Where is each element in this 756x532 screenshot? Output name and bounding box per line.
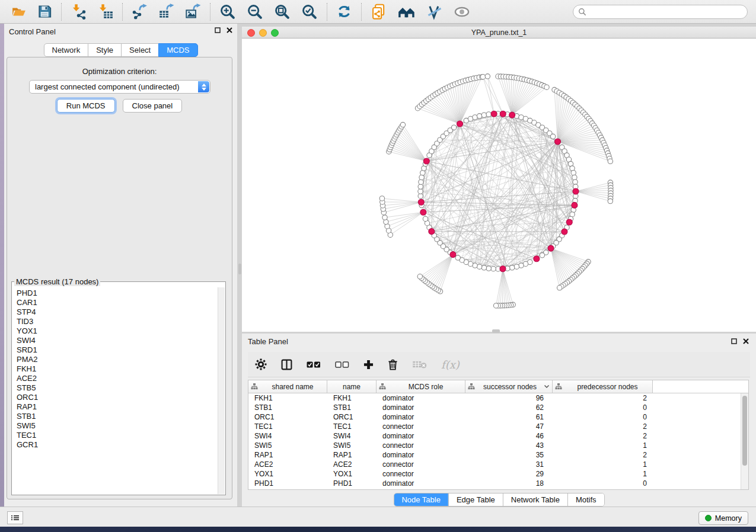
network-leaf-node[interactable] (608, 159, 613, 164)
table-cell[interactable]: 35 (465, 450, 553, 460)
network-hub-node[interactable] (509, 112, 515, 118)
table-row[interactable]: PHD1PHD1dominator180 (248, 479, 741, 488)
network-hub-node[interactable] (429, 229, 435, 235)
table-cell[interactable]: ACE2 (248, 460, 327, 469)
mcds-result-item[interactable]: CAR1 (17, 298, 217, 307)
network-hub-node[interactable] (548, 245, 554, 251)
network-leaf-node[interactable] (493, 303, 498, 308)
network-leaf-node[interactable] (485, 74, 490, 79)
table-cell[interactable]: 96 (465, 393, 553, 403)
column-header-predecessor-nodes[interactable]: predecessor nodes (553, 380, 653, 393)
network-node[interactable] (491, 267, 496, 271)
table-cell[interactable]: FKH1 (327, 393, 377, 403)
network-node[interactable] (571, 170, 576, 175)
network-leaf-node[interactable] (480, 74, 485, 79)
network-leaf-node[interactable] (544, 85, 549, 89)
export-table-button[interactable] (157, 2, 176, 21)
table-cell[interactable]: dominator (377, 479, 465, 488)
table-cell[interactable]: SWI4 (327, 431, 377, 441)
table-cell[interactable]: 1 (553, 460, 653, 469)
table-cell[interactable]: 2 (553, 393, 653, 403)
network-node[interactable] (423, 216, 428, 221)
float-panel-icon[interactable] (215, 27, 221, 33)
houses-button[interactable] (397, 2, 417, 22)
table-cell[interactable]: 18 (465, 479, 553, 488)
export-image-button[interactable] (184, 2, 202, 21)
table-cell[interactable]: SWI5 (327, 441, 377, 450)
table-cell[interactable]: TEC1 (248, 422, 327, 431)
table-row[interactable]: YOX1YOX1connector291 (248, 469, 741, 479)
mcds-result-item[interactable]: TEC1 (17, 431, 217, 440)
network-hub-node[interactable] (500, 111, 506, 117)
network-hub-node[interactable] (554, 139, 560, 145)
tab-edge-table[interactable]: Edge Table (448, 493, 503, 506)
table-row[interactable]: SWI4SWI4dominator462 (248, 431, 741, 441)
table-cell[interactable]: 1 (553, 469, 653, 479)
mcds-result-item[interactable]: FKH1 (17, 364, 217, 374)
network-node[interactable] (509, 265, 514, 270)
network-node[interactable] (572, 175, 577, 180)
table-cell[interactable]: dominator (377, 412, 465, 422)
show-columns-button[interactable] (281, 359, 292, 370)
criterion-select[interactable]: largest connected component (undirected) (29, 80, 210, 94)
table-cell[interactable]: 47 (465, 422, 553, 431)
network-node[interactable] (573, 180, 578, 184)
table-cell[interactable]: 43 (465, 441, 553, 450)
mcds-result-item[interactable]: SWI4 (17, 336, 217, 345)
refresh-layout-button[interactable] (335, 2, 353, 21)
table-cell[interactable]: connector (377, 441, 465, 450)
mcds-result-item[interactable]: ORC1 (17, 393, 217, 402)
table-row[interactable]: ORC1ORC1dominator610 (248, 412, 741, 422)
network-node[interactable] (477, 264, 481, 269)
network-node[interactable] (486, 266, 491, 271)
network-hub-node[interactable] (500, 266, 506, 272)
network-node[interactable] (451, 125, 456, 130)
network-node[interactable] (455, 255, 460, 260)
network-hub-node[interactable] (450, 252, 456, 258)
status-menu-button[interactable] (7, 511, 23, 524)
deselect-all-button[interactable] (335, 361, 349, 368)
eye-button[interactable] (452, 2, 471, 21)
zoom-in-button[interactable] (218, 2, 237, 21)
table-cell[interactable]: FKH1 (248, 393, 327, 403)
table-row[interactable]: TEC1TEC1connector472 (248, 422, 741, 431)
table-cell[interactable]: STB1 (327, 403, 377, 412)
mcds-result-list[interactable]: PHD1CAR1STP4TID3YOX1SWI4SRD1PMA2FKH1ACE2… (12, 287, 217, 494)
mcds-result-item[interactable]: PHD1 (17, 289, 217, 298)
tab-motifs[interactable]: Motifs (567, 493, 604, 506)
table-cell[interactable]: 0 (553, 479, 653, 488)
mcds-result-item[interactable]: STB1 (17, 412, 217, 421)
table-cell[interactable]: 0 (553, 403, 653, 412)
table-cell[interactable]: connector (377, 422, 465, 431)
table-cell[interactable]: 31 (465, 460, 553, 469)
table-row[interactable]: RAP1RAP1dominator352 (248, 450, 741, 460)
network-leaf-node[interactable] (608, 198, 613, 203)
table-cell[interactable]: YOX1 (248, 469, 327, 479)
mcds-result-scrollbar[interactable] (218, 287, 225, 494)
network-node[interactable] (419, 180, 423, 184)
table-cell[interactable]: PHD1 (248, 479, 327, 488)
mcds-result-item[interactable]: YOX1 (17, 326, 217, 336)
close-panel-button[interactable]: Close panel (123, 99, 183, 113)
tab-network[interactable]: Network (43, 43, 88, 57)
mcds-result-item[interactable]: GCR1 (17, 440, 217, 450)
network-node[interactable] (540, 253, 544, 258)
network-node[interactable] (418, 189, 423, 194)
network-node[interactable] (519, 263, 524, 268)
table-cell[interactable]: 2 (553, 431, 653, 441)
import-table-button[interactable] (96, 2, 114, 21)
save-session-button[interactable] (36, 3, 53, 20)
hide-labels-button[interactable] (425, 2, 444, 21)
mcds-result-item[interactable]: STB5 (17, 383, 217, 393)
float-table-panel-icon[interactable] (731, 338, 737, 344)
column-header-shared-name[interactable]: shared name (248, 380, 327, 393)
open-session-button[interactable] (10, 3, 28, 21)
table-cell[interactable]: dominator (377, 450, 465, 460)
network-node[interactable] (418, 194, 423, 198)
mcds-result-item[interactable]: ACE2 (17, 374, 217, 383)
table-cell[interactable]: RAP1 (248, 450, 327, 460)
close-panel-icon[interactable] (227, 27, 232, 33)
network-node[interactable] (418, 184, 423, 189)
close-table-panel-icon[interactable] (743, 338, 749, 344)
mcds-result-item[interactable]: RAP1 (17, 402, 217, 412)
